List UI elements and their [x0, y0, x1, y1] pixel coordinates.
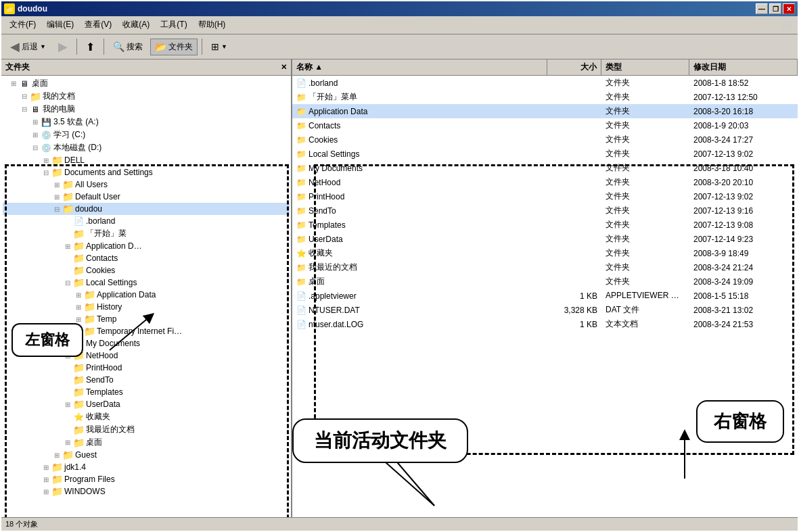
- menu-tools[interactable]: 工具(T): [155, 18, 192, 32]
- expand-icon[interactable]: ⊞: [62, 437, 73, 448]
- menu-help[interactable]: 帮助(H): [193, 18, 231, 32]
- col-header-name[interactable]: 名称 ▲: [292, 59, 547, 75]
- tree-item-drive-d[interactable]: ⊟ 💿 本地磁盘 (D:): [3, 141, 290, 154]
- tree-item-desktop[interactable]: ⊞ 📁 桌面: [3, 436, 290, 449]
- file-row[interactable]: 📁 Templates 文件夹 2007-12-13 9:08: [292, 218, 798, 232]
- tree-item-jdk[interactable]: ⊞ 📁 jdk1.4: [3, 461, 290, 473]
- expand-icon[interactable]: ⊞: [8, 78, 19, 89]
- tree-item-windows[interactable]: ⊞ 📁 WINDOWS: [3, 485, 290, 498]
- file-row[interactable]: 📄 .borland 文件夹 2008-1-8 18:52: [292, 76, 798, 90]
- tree-view[interactable]: ⊞ 🖥 桌面 ⊟ 📁 我的文档 ⊟ 🖥 我的电脑 ⊞ 💾 3.5: [1, 76, 291, 517]
- file-row[interactable]: 📁 Application Data 文件夹 2008-3-20 16:18: [292, 104, 798, 118]
- file-row[interactable]: 📁 PrintHood 文件夹 2007-12-13 9:02: [292, 189, 798, 203]
- tree-item-borland[interactable]: 📄 .borland: [3, 215, 290, 227]
- tree-item-default-user[interactable]: ⊞ 📁 Default User: [3, 191, 290, 203]
- file-row[interactable]: 📁 Cookies 文件夹 2008-3-24 17:27: [292, 132, 798, 147]
- tree-item-sendto[interactable]: 📁 SendTo: [3, 374, 290, 386]
- tree-item-recent-docs[interactable]: 📁 我最近的文档: [3, 423, 290, 436]
- file-row[interactable]: 📁 NetHood 文件夹 2008-3-20 20:10: [292, 175, 798, 189]
- col-header-date[interactable]: 修改日期: [689, 59, 798, 75]
- tree-item-guest[interactable]: ⊞ 📁 Guest: [3, 449, 290, 461]
- file-row[interactable]: 📁 桌面 文件夹 2008-3-24 19:09: [292, 274, 798, 289]
- tree-item-favorites[interactable]: ⭐ 收藏夹: [3, 410, 290, 423]
- tree-item-start-menu[interactable]: 📁 「开始」菜: [3, 227, 290, 240]
- forward-button[interactable]: ▶: [53, 37, 72, 57]
- tree-item-doudou[interactable]: ⊟ 📁 doudou: [3, 203, 290, 215]
- expand-icon[interactable]: ⊟: [41, 167, 51, 178]
- tree-item-temp-internet[interactable]: ⊞ 📁 Temporary Internet Fi…: [3, 325, 290, 337]
- restore-button[interactable]: ❐: [769, 3, 781, 14]
- col-header-size[interactable]: 大小: [547, 59, 601, 75]
- expand-icon[interactable]: ⊟: [19, 91, 30, 102]
- tree-item-appdata[interactable]: ⊞ 📁 Application D…: [3, 240, 290, 252]
- file-row[interactable]: 📁 Contacts 文件夹 2008-1-9 20:03: [292, 118, 798, 132]
- expand-icon[interactable]: ⊞: [51, 191, 62, 202]
- expand-icon[interactable]: ⊞: [62, 338, 73, 349]
- tree-item-docs-settings[interactable]: ⊟ 📁 Documents and Settings: [3, 166, 290, 178]
- expand-icon[interactable]: ⊞: [30, 117, 41, 128]
- file-list[interactable]: 📄 .borland 文件夹 2008-1-8 18:52 📁 「开始」菜单 文…: [292, 76, 798, 517]
- expand-icon[interactable]: ⊞: [51, 450, 62, 460]
- expand-icon[interactable]: ⊞: [73, 314, 84, 324]
- tree-item-desktop-root[interactable]: ⊞ 🖥 桌面: [3, 77, 290, 90]
- expand-icon: [62, 425, 73, 435]
- tree-item-templates[interactable]: 📁 Templates: [3, 386, 290, 398]
- expand-icon[interactable]: ⊞: [62, 241, 73, 251]
- expand-icon[interactable]: ⊞: [73, 326, 84, 337]
- expand-icon[interactable]: ⊟: [30, 143, 41, 153]
- tree-item-all-users[interactable]: ⊞ 📁 All Users: [3, 178, 290, 191]
- search-button[interactable]: 🔍 搜索: [108, 39, 147, 55]
- tree-item-my-documents[interactable]: ⊞ 📁 My Documents: [3, 337, 290, 349]
- file-row[interactable]: 📁 我最近的文档 文件夹 2008-3-24 21:24: [292, 260, 798, 274]
- file-row[interactable]: 📁 「开始」菜单 文件夹 2007-12-13 12:50: [292, 90, 798, 104]
- expand-icon[interactable]: ⊟: [51, 203, 62, 214]
- file-row[interactable]: 📄 ntuser.dat.LOG 1 KB 文本文档 2008-3-24 21:…: [292, 317, 798, 331]
- expand-icon[interactable]: ⊞: [41, 462, 51, 473]
- file-row[interactable]: 📁 My Documents 文件夹 2008-3-18 10:40: [292, 161, 798, 175]
- tree-item-floppy[interactable]: ⊞ 💾 3.5 软盘 (A:): [3, 116, 290, 128]
- expand-icon[interactable]: ⊟: [62, 277, 73, 288]
- left-pane-close[interactable]: ✕: [281, 63, 287, 72]
- menu-file[interactable]: 文件(F): [4, 18, 41, 32]
- expand-icon[interactable]: ⊞: [41, 474, 51, 485]
- expand-icon[interactable]: ⊟: [19, 104, 30, 115]
- expand-icon[interactable]: ⊞: [62, 350, 73, 361]
- tree-item-my-docs[interactable]: ⊟ 📁 我的文档: [3, 90, 290, 103]
- tree-item-history[interactable]: ⊞ 📁 History: [3, 301, 290, 313]
- tree-item-userdata[interactable]: ⊞ 📁 UserData: [3, 398, 290, 410]
- tree-item-printhood[interactable]: 📁 PrintHood: [3, 362, 290, 374]
- views-button[interactable]: ⊞ ▼: [206, 39, 232, 55]
- expand-icon[interactable]: ⊞: [30, 130, 41, 141]
- file-row[interactable]: 📄 .appletviewer 1 KB APPLETVIEWER 文件 200…: [292, 289, 798, 303]
- tree-item-ls-appdata[interactable]: ⊞ 📁 Application Data: [3, 289, 290, 301]
- tree-item-cookies[interactable]: 📁 Cookies: [3, 264, 290, 276]
- tree-item-program-files[interactable]: ⊞ 📁 Program Files: [3, 473, 290, 485]
- tree-item-contacts[interactable]: 📁 Contacts: [3, 252, 290, 264]
- file-row[interactable]: ⭐ 收藏夹 文件夹 2008-3-9 18:49: [292, 246, 798, 260]
- expand-icon[interactable]: ⊞: [73, 301, 84, 312]
- tree-item-temp[interactable]: ⊞ 📁 Temp: [3, 313, 290, 325]
- menu-view[interactable]: 查看(V): [79, 18, 117, 32]
- tree-item-dell[interactable]: ⊞ 📁 DELL: [3, 154, 290, 166]
- file-row[interactable]: 📁 Local Settings 文件夹 2007-12-13 9:02: [292, 147, 798, 161]
- col-header-type[interactable]: 类型: [601, 59, 689, 75]
- expand-icon[interactable]: ⊞: [41, 486, 51, 497]
- expand-icon[interactable]: ⊞: [73, 289, 84, 300]
- up-button[interactable]: ⬆: [81, 38, 99, 56]
- folders-button[interactable]: 📂 文件夹: [150, 39, 198, 55]
- file-row[interactable]: 📁 SendTo 文件夹 2007-12-13 9:16: [292, 203, 798, 218]
- tree-item-drive-c[interactable]: ⊞ 💿 学习 (C:): [3, 128, 290, 141]
- file-row[interactable]: 📁 UserData 文件夹 2007-12-14 9:23: [292, 232, 798, 246]
- expand-icon[interactable]: ⊞: [51, 179, 62, 190]
- close-button[interactable]: ✕: [783, 3, 795, 14]
- back-button[interactable]: ◀ 后退 ▼: [5, 37, 51, 57]
- menu-edit[interactable]: 编辑(E): [41, 18, 79, 32]
- menu-favorites[interactable]: 收藏(A): [117, 18, 155, 32]
- expand-icon[interactable]: ⊞: [62, 399, 73, 410]
- minimize-button[interactable]: —: [756, 3, 768, 14]
- file-row[interactable]: 📄 NTUSER.DAT 3,328 KB DAT 文件 2008-3-21 1…: [292, 303, 798, 317]
- tree-item-my-computer[interactable]: ⊟ 🖥 我的电脑: [3, 103, 290, 116]
- expand-icon[interactable]: ⊞: [41, 155, 51, 166]
- tree-item-nethood[interactable]: ⊞ 📁 NetHood: [3, 349, 290, 362]
- tree-item-local-settings[interactable]: ⊟ 📁 Local Settings: [3, 276, 290, 289]
